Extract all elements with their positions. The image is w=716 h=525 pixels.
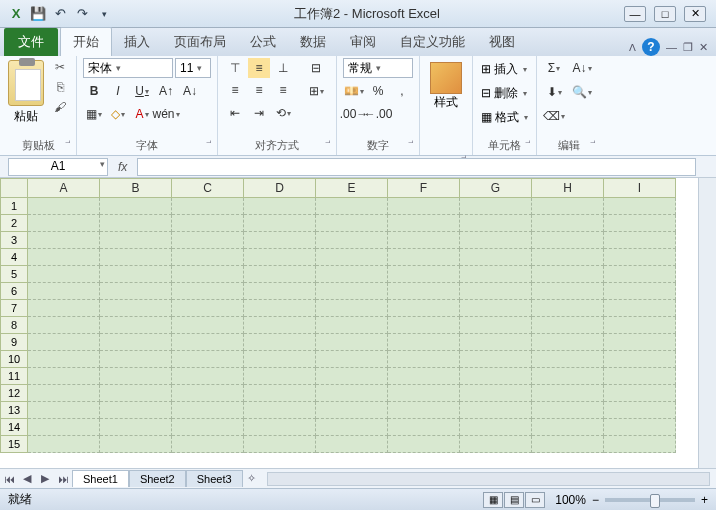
cell[interactable]	[316, 198, 388, 215]
cell[interactable]	[532, 232, 604, 249]
cell[interactable]	[532, 249, 604, 266]
cell[interactable]	[316, 351, 388, 368]
cell[interactable]	[532, 283, 604, 300]
cell[interactable]	[604, 436, 676, 453]
cell[interactable]	[244, 317, 316, 334]
cell[interactable]	[28, 266, 100, 283]
new-sheet-icon[interactable]: ✧	[243, 472, 261, 485]
align-right-icon[interactable]: ≡	[272, 80, 294, 100]
cell[interactable]	[604, 402, 676, 419]
doc-restore-icon[interactable]: ❐	[683, 41, 693, 54]
column-header[interactable]: I	[604, 178, 676, 198]
format-cells-button[interactable]: ▦格式	[479, 106, 530, 128]
cell[interactable]	[532, 198, 604, 215]
cell[interactable]	[604, 300, 676, 317]
cell[interactable]	[100, 419, 172, 436]
wrap-text-icon[interactable]: ⊟	[302, 58, 330, 78]
zoom-level[interactable]: 100%	[555, 493, 586, 507]
number-format-combo[interactable]: 常规	[343, 58, 413, 78]
zoom-out-icon[interactable]: −	[592, 493, 599, 507]
decrease-indent-icon[interactable]: ⇤	[224, 103, 246, 123]
cell[interactable]	[460, 402, 532, 419]
cell[interactable]	[532, 436, 604, 453]
row-header[interactable]: 11	[0, 368, 28, 385]
cell[interactable]	[28, 232, 100, 249]
copy-icon[interactable]: ⎘	[50, 78, 70, 96]
file-tab[interactable]: 文件	[4, 28, 58, 56]
row-header[interactable]: 12	[0, 385, 28, 402]
row-header[interactable]: 15	[0, 436, 28, 453]
cell[interactable]	[172, 249, 244, 266]
tab-review[interactable]: 审阅	[338, 28, 388, 56]
column-header[interactable]: G	[460, 178, 532, 198]
cell[interactable]	[244, 334, 316, 351]
merge-center-icon[interactable]: ⊞	[302, 81, 330, 101]
cell[interactable]	[172, 368, 244, 385]
italic-button[interactable]: I	[107, 81, 129, 101]
cell[interactable]	[316, 266, 388, 283]
cell[interactable]	[604, 351, 676, 368]
cell[interactable]	[460, 385, 532, 402]
shrink-font-icon[interactable]: A↓	[179, 81, 201, 101]
cell[interactable]	[28, 368, 100, 385]
cell[interactable]	[460, 351, 532, 368]
accounting-format-icon[interactable]: 💴	[343, 81, 365, 101]
minimize-button[interactable]: —	[624, 6, 646, 22]
cell[interactable]	[100, 249, 172, 266]
cell[interactable]	[172, 351, 244, 368]
cell[interactable]	[460, 334, 532, 351]
redo-icon[interactable]: ↷	[72, 4, 92, 24]
fill-icon[interactable]: ⬇	[543, 82, 565, 102]
cell[interactable]	[172, 436, 244, 453]
align-middle-icon[interactable]: ≡	[248, 58, 270, 78]
cell[interactable]	[172, 266, 244, 283]
cell[interactable]	[460, 198, 532, 215]
column-header[interactable]: H	[532, 178, 604, 198]
cell[interactable]	[460, 419, 532, 436]
cell[interactable]	[604, 317, 676, 334]
cell[interactable]	[532, 385, 604, 402]
cell[interactable]	[388, 368, 460, 385]
row-header[interactable]: 2	[0, 215, 28, 232]
cell[interactable]	[244, 249, 316, 266]
tab-view[interactable]: 视图	[477, 28, 527, 56]
cell[interactable]	[388, 317, 460, 334]
column-header[interactable]: E	[316, 178, 388, 198]
row-header[interactable]: 7	[0, 300, 28, 317]
sheet-tab-2[interactable]: Sheet2	[129, 470, 186, 487]
next-sheet-icon[interactable]: ▶	[36, 472, 54, 485]
cell[interactable]	[100, 232, 172, 249]
row-header[interactable]: 9	[0, 334, 28, 351]
row-header[interactable]: 3	[0, 232, 28, 249]
cell[interactable]	[604, 266, 676, 283]
cell[interactable]	[388, 249, 460, 266]
cell[interactable]	[316, 436, 388, 453]
cell[interactable]	[100, 351, 172, 368]
zoom-in-icon[interactable]: +	[701, 493, 708, 507]
cell[interactable]	[28, 334, 100, 351]
cell[interactable]	[244, 232, 316, 249]
cell[interactable]	[532, 266, 604, 283]
cell[interactable]	[100, 334, 172, 351]
cell[interactable]	[388, 419, 460, 436]
comma-icon[interactable]: ,	[391, 81, 413, 101]
help-icon[interactable]: ?	[642, 38, 660, 56]
cell[interactable]	[100, 215, 172, 232]
cell[interactable]	[172, 317, 244, 334]
cell[interactable]	[532, 334, 604, 351]
cell[interactable]	[388, 266, 460, 283]
cell[interactable]	[244, 300, 316, 317]
cell[interactable]	[316, 385, 388, 402]
doc-close-icon[interactable]: ✕	[699, 41, 708, 54]
cell[interactable]	[316, 317, 388, 334]
cell[interactable]	[388, 232, 460, 249]
sheet-tab-1[interactable]: Sheet1	[72, 470, 129, 487]
cell[interactable]	[388, 283, 460, 300]
cell[interactable]	[100, 436, 172, 453]
cell[interactable]	[28, 283, 100, 300]
cell[interactable]	[460, 283, 532, 300]
row-header[interactable]: 6	[0, 283, 28, 300]
fx-icon[interactable]: fx	[118, 160, 127, 174]
page-layout-view-icon[interactable]: ▤	[504, 492, 524, 508]
cell[interactable]	[388, 436, 460, 453]
